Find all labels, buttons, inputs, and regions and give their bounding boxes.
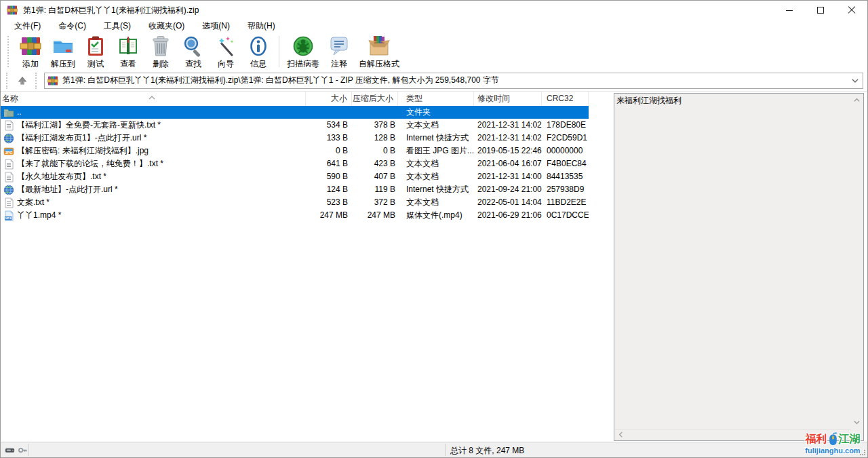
table-row[interactable]: 【福利江湖】全免费-无套路-更新快.txt * 534 B 378 B 文本文档… bbox=[1, 119, 589, 132]
file-name-cell: 【最新地址】-点此打开.url * bbox=[1, 183, 306, 196]
status-bar: 总计 8 文件, 247 MB bbox=[1, 442, 867, 457]
mp4-media-icon: MP4 bbox=[3, 210, 14, 221]
toolbar-button-3[interactable]: 查看 bbox=[112, 35, 144, 69]
file-type-cell: Internet 快捷方式 bbox=[398, 132, 474, 145]
toolbar-button-7[interactable]: 信息 bbox=[242, 35, 275, 69]
table-row[interactable]: 【最新地址】-点此打开.url * 124 B 119 B Internet 快… bbox=[1, 183, 589, 196]
file-type-cell: 媒体文件(.mp4) bbox=[398, 209, 474, 222]
file-crc-cell: F2CD59D1 bbox=[542, 132, 589, 145]
menu-item-4[interactable]: 选项(N) bbox=[195, 20, 237, 33]
info-icon bbox=[248, 35, 269, 57]
key-icon bbox=[18, 445, 28, 455]
file-size-cell: 641 B bbox=[306, 157, 352, 170]
file-packed-cell: 128 B bbox=[352, 132, 398, 145]
toolbar-button-0[interactable]: 添加 bbox=[14, 35, 47, 69]
minimize-button[interactable] bbox=[774, 1, 805, 20]
maximize-button[interactable] bbox=[805, 1, 836, 20]
scroll-down-icon[interactable] bbox=[854, 419, 860, 425]
address-combobox[interactable]: 第1弹: 白皙D杯巨乳丫丫1(来福利江湖找福利).zip\第1弹: 白皙D杯巨乳… bbox=[44, 73, 863, 89]
status-separator-2 bbox=[445, 444, 446, 456]
text-file-icon bbox=[3, 120, 14, 131]
file-name-cell: 【福利江湖发布页1】-点此打开.url * bbox=[1, 132, 306, 145]
address-gripper-2[interactable] bbox=[35, 73, 39, 89]
file-packed-cell: 119 B bbox=[352, 183, 398, 196]
file-packed-cell: 247 MB bbox=[352, 209, 398, 222]
find-icon bbox=[182, 35, 204, 57]
column-header-1[interactable]: 大小 bbox=[306, 92, 352, 106]
menu-item-2[interactable]: 工具(S) bbox=[97, 20, 138, 33]
toolbar-button-label: 查看 bbox=[120, 58, 136, 70]
file-name-cell: 文案.txt * bbox=[1, 196, 306, 209]
file-packed-cell bbox=[352, 106, 398, 119]
svg-text:MP4: MP4 bbox=[5, 216, 12, 220]
maximize-icon bbox=[817, 7, 824, 14]
table-row[interactable]: 【永久地址发布页】.txt * 590 B 407 B 文本文档 2021-12… bbox=[1, 170, 589, 183]
toolbar-button-label: 解压到 bbox=[51, 58, 75, 70]
table-row[interactable]: 【福利江湖发布页1】-点此打开.url * 133 B 128 B Intern… bbox=[1, 132, 589, 145]
table-row[interactable]: JPG【解压密码: 来福利江湖找福利】.jpg 0 B 0 B 看图王 JPG … bbox=[1, 145, 589, 157]
url-globe-icon bbox=[3, 133, 14, 144]
file-type-cell: 文本文档 bbox=[398, 157, 474, 170]
chevron-down-icon[interactable] bbox=[849, 75, 861, 87]
file-size-cell: 247 MB bbox=[306, 209, 352, 222]
toolbar-gripper[interactable] bbox=[7, 36, 10, 67]
toolbar-button-8[interactable]: 扫描病毒 bbox=[283, 35, 323, 69]
file-packed-cell: 423 B bbox=[352, 157, 398, 170]
column-header-5[interactable]: CRC32 bbox=[542, 92, 589, 106]
site-logo: 福利 江湖 fulijianghu.com bbox=[800, 432, 865, 455]
toolbar-button-9[interactable]: 注释 bbox=[323, 35, 355, 69]
menu-item-5[interactable]: 帮助(H) bbox=[241, 20, 282, 33]
table-row[interactable]: .. 文件夹 bbox=[1, 106, 589, 119]
menu-item-3[interactable]: 收藏夹(O) bbox=[142, 20, 191, 33]
archive-comment-panel[interactable]: 来福利江湖找福利 bbox=[614, 93, 864, 441]
scroll-left-icon[interactable] bbox=[618, 432, 624, 438]
file-size-cell: 590 B bbox=[306, 170, 352, 183]
column-header-2[interactable]: 压缩后大小 bbox=[352, 92, 398, 106]
delete-icon bbox=[150, 35, 172, 57]
file-size-cell: 523 B bbox=[306, 196, 352, 209]
svg-text:JPG: JPG bbox=[5, 150, 12, 154]
toolbar-button-label: 自解压格式 bbox=[359, 58, 399, 70]
toolbar-button-2[interactable]: 测试 bbox=[79, 35, 112, 69]
text-file-icon bbox=[3, 159, 14, 170]
close-button[interactable] bbox=[836, 1, 867, 20]
file-packed-cell: 378 B bbox=[352, 119, 398, 132]
scroll-up-icon[interactable] bbox=[854, 97, 860, 103]
toolbar-button-5[interactable]: 查找 bbox=[177, 35, 210, 69]
status-separator bbox=[28, 444, 28, 456]
menu-item-0[interactable]: 文件(F) bbox=[7, 20, 47, 33]
menu-bar: 文件(F)命令(C)工具(S)收藏夹(O)选项(N)帮助(H) bbox=[1, 20, 867, 33]
toolbar-button-label: 注释 bbox=[331, 58, 347, 70]
file-name-cell: 【福利江湖】全免费-无套路-更新快.txt * bbox=[1, 119, 306, 132]
menu-item-1[interactable]: 命令(C) bbox=[52, 20, 93, 33]
file-size-cell: 534 B bbox=[306, 119, 352, 132]
file-modified-cell bbox=[474, 106, 542, 119]
wizard-icon bbox=[215, 35, 237, 57]
column-header-4[interactable]: 修改时间 bbox=[474, 92, 542, 106]
file-name-cell: JPG【解压密码: 来福利江湖找福利】.jpg bbox=[1, 145, 306, 157]
file-modified-cell: 2022-05-01 14:04 bbox=[474, 196, 542, 209]
column-header-3[interactable]: 类型 bbox=[398, 92, 474, 106]
table-row[interactable]: 【来了就能下载的论坛，纯免费！】.txt * 641 B 423 B 文本文档 … bbox=[1, 157, 589, 170]
address-gripper[interactable] bbox=[6, 73, 9, 89]
file-modified-cell: 2021-06-29 21:06 bbox=[474, 209, 542, 222]
table-row[interactable]: MP4丫丫1.mp4 * 247 MB 247 MB 媒体文件(.mp4) 20… bbox=[1, 209, 589, 222]
text-file-icon bbox=[3, 197, 14, 208]
file-name-cell: 【来了就能下载的论坛，纯免费！】.txt * bbox=[1, 157, 306, 170]
file-size-cell: 124 B bbox=[306, 183, 352, 196]
comment-vertical-scrollbar[interactable] bbox=[852, 94, 863, 428]
table-row[interactable]: 文案.txt * 523 B 372 B 文本文档 2022-05-01 14:… bbox=[1, 196, 589, 209]
toolbar-button-4[interactable]: 删除 bbox=[144, 35, 177, 69]
toolbar-button-6[interactable]: 向导 bbox=[210, 35, 242, 69]
file-name-cell: 【永久地址发布页】.txt * bbox=[1, 170, 306, 183]
file-crc-cell: 00000000 bbox=[542, 145, 589, 157]
add-archive-icon bbox=[20, 35, 41, 57]
file-crc-cell: F4B0EC84 bbox=[542, 157, 589, 170]
window-title: 第1弹: 白皙D杯巨乳丫丫1(来福利江湖找福利).zip bbox=[23, 5, 199, 16]
up-directory-button[interactable] bbox=[12, 73, 33, 89]
toolbar-button-10[interactable]: 自解压格式 bbox=[355, 35, 403, 69]
winrar-archive-icon bbox=[47, 75, 58, 86]
toolbar-button-1[interactable]: 解压到 bbox=[47, 35, 79, 69]
list-header: 名称大小压缩后大小类型修改时间CRC32 bbox=[1, 92, 589, 106]
toolbar-button-label: 查找 bbox=[185, 58, 201, 70]
